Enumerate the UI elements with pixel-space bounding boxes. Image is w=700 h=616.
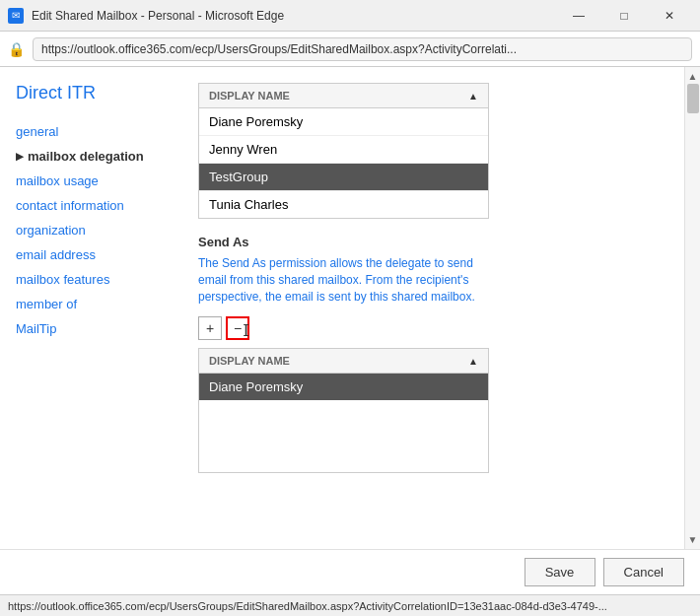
maximize-button[interactable]: □	[601, 0, 647, 32]
sidebar: Direct ITR general ▶ mailbox delegation …	[0, 67, 182, 549]
url-bar[interactable]: https://outlook.office365.com/ecp/UsersG…	[33, 37, 692, 61]
content-panel: DISPLAY NAME ▲ Diane Poremsky Jenny Wren…	[182, 67, 684, 549]
sidebar-item-contact-information[interactable]: contact information	[0, 193, 182, 218]
scroll-up-arrow[interactable]: ▲	[686, 69, 700, 84]
scroll-track[interactable]	[685, 84, 700, 532]
full-access-list-header: DISPLAY NAME ▲	[199, 84, 488, 108]
app-icon: ✉	[8, 8, 24, 24]
window-controls: — □ ✕	[556, 0, 692, 32]
lock-icon: 🔒	[8, 41, 25, 57]
save-button[interactable]: Save	[525, 558, 595, 586]
full-access-list-items: Diane Poremsky Jenny Wren TestGroup Tuni…	[199, 108, 488, 218]
close-button[interactable]: ✕	[647, 0, 692, 32]
action-buttons: + − 𝖨	[198, 316, 668, 340]
chevron-icon: ▶	[16, 151, 24, 162]
sidebar-nav: general ▶ mailbox delegation mailbox usa…	[0, 119, 182, 341]
full-access-list: DISPLAY NAME ▲ Diane Poremsky Jenny Wren…	[198, 83, 489, 219]
scroll-down-arrow[interactable]: ▼	[686, 532, 700, 547]
remove-button[interactable]: − 𝖨	[226, 316, 249, 340]
send-as-list-header: DISPLAY NAME ▲	[199, 349, 488, 374]
sort-icon[interactable]: ▲	[468, 91, 478, 102]
sidebar-item-mailtip[interactable]: MailTip	[0, 316, 182, 341]
scroll-thumb[interactable]	[687, 84, 699, 113]
list-item[interactable]: TestGroup	[199, 164, 488, 191]
send-as-list-items: Diane Poremsky	[199, 374, 488, 472]
sidebar-item-organization[interactable]: organization	[0, 218, 182, 242]
sidebar-item-general[interactable]: general	[0, 119, 182, 144]
cancel-button[interactable]: Cancel	[603, 558, 684, 586]
sidebar-item-member-of[interactable]: member of	[0, 292, 182, 316]
minimize-button[interactable]: —	[556, 0, 601, 32]
sidebar-item-email-address[interactable]: email address	[0, 242, 182, 267]
sort-icon[interactable]: ▲	[468, 356, 478, 367]
list-item[interactable]: Diane Poremsky	[199, 108, 488, 136]
send-as-description: The Send As permission allows the delega…	[198, 255, 489, 305]
title-bar-left: ✉ Edit Shared Mailbox - Personal - Micro…	[8, 8, 284, 24]
address-bar: 🔒 https://outlook.office365.com/ecp/User…	[0, 32, 700, 67]
send-as-list: DISPLAY NAME ▲ Diane Poremsky	[198, 348, 489, 473]
title-bar: ✉ Edit Shared Mailbox - Personal - Micro…	[0, 0, 700, 32]
bottom-action-bar: Save Cancel	[0, 549, 700, 594]
sidebar-item-mailbox-usage[interactable]: mailbox usage	[0, 169, 182, 193]
list-item[interactable]: Jenny Wren	[199, 136, 488, 164]
sidebar-title: Direct ITR	[0, 83, 182, 119]
right-scrollbar[interactable]: ▲ ▼	[684, 67, 700, 549]
window-title: Edit Shared Mailbox - Personal - Microso…	[32, 9, 284, 23]
list-item[interactable]: Diane Poremsky	[199, 374, 488, 400]
status-bar: https://outlook.office365.com/ecp/UsersG…	[0, 594, 700, 616]
status-url: https://outlook.office365.com/ecp/UsersG…	[8, 600, 607, 612]
sidebar-item-mailbox-delegation[interactable]: ▶ mailbox delegation	[0, 144, 182, 169]
list-item[interactable]: Tunia Charles	[199, 191, 488, 218]
sidebar-item-mailbox-features[interactable]: mailbox features	[0, 267, 182, 292]
add-button[interactable]: +	[198, 316, 222, 340]
cursor-icon: 𝖨	[243, 321, 249, 340]
send-as-title: Send As	[198, 235, 668, 249]
